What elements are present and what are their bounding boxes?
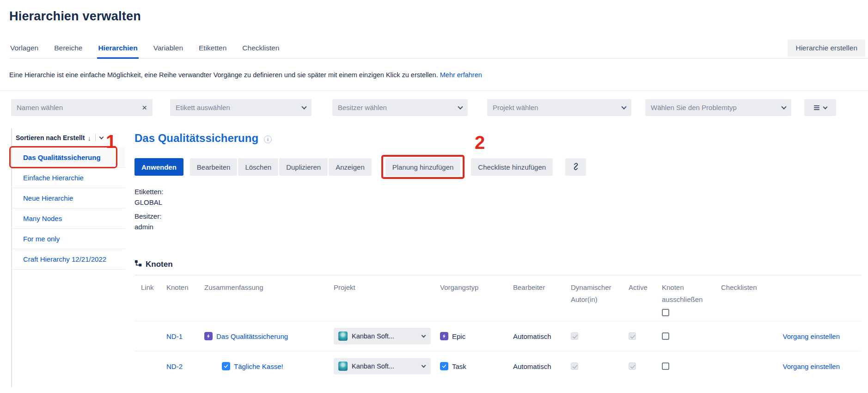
col-zusammenfassung: Zusammenfassung [204,282,334,316]
chevron-down-icon[interactable] [99,135,104,140]
learn-more-link[interactable]: Mehr erfahren [440,71,482,79]
create-hierarchy-button[interactable]: Hierarchie erstellen [788,39,865,57]
dynamic-author-checkbox [571,332,578,340]
sidebar-item-label: Craft Hierarchy 12/21/2022 [23,255,106,263]
set-checklist-link[interactable]: Vorgang einstellen [783,332,840,340]
label-filter-select[interactable]: Etikett auswählen [170,99,312,116]
issuetype-filter-select[interactable]: Wählen Sie den Problemtyp [645,99,791,116]
tab-variablen[interactable]: Variablen [153,44,184,58]
intro-text: Eine Hierarchie ist eine einfache Möglic… [9,71,868,79]
assignee-cell: Automatisch [513,362,571,370]
summary-link[interactable]: Tägliche Kasse! [234,362,283,370]
epic-icon [204,332,213,340]
epic-icon [440,332,448,340]
tab-hierarchien[interactable]: Hierarchien [97,44,138,59]
col-checklisten: Checklisten [721,282,861,316]
table-row-nd1: ND-1 Das Qualitätssicherung Kanban Soft.… [134,321,861,351]
divider [95,134,96,141]
summary-cell: Das Qualitätssicherung [204,332,334,340]
col-bearbeiter: Bearbeiter [513,282,571,316]
tab-etiketten[interactable]: Etiketten [198,44,227,58]
chevron-down-icon [823,104,828,109]
project-select[interactable]: Kanban Soft... [334,358,431,375]
sidebar-item-craft-hierarchy[interactable]: Craft Hierarchy 12/21/2022 [12,249,125,270]
annotation-digit-2: 2 [475,133,485,152]
sidebar-item-label: For me only [23,235,60,243]
col-dynamischer-autor: Dynamischer Autor(in) [571,282,629,316]
issuetype-label: Epic [452,332,465,340]
issuetype-filter-value: Wählen Sie den Problemtyp [651,104,782,111]
tab-bereiche[interactable]: Bereiche [53,44,83,58]
link-icon [571,162,581,172]
project-select-value: Kanban Soft... [352,332,418,340]
owner-filter-select[interactable]: Besitzer wählen [332,99,468,116]
section-divider [0,90,868,91]
hierarchy-list-sidebar: Sortieren nach Erstellt ↓ Das Qualitätss… [11,128,125,387]
labels-value: GLOBAL [134,198,868,206]
nodes-table: Link Knoten Zusammenfassung Projekt Vorg… [134,275,861,381]
add-planning-button[interactable]: Planung hinzufügen [385,158,461,176]
sidebar-item-label: Neue Hierarchie [23,194,73,202]
name-filter-input[interactable] [17,104,132,111]
page-title: Hierarchien verwalten [9,9,868,24]
sidebar-item-label: Einfache Hierarchie [23,174,84,182]
hierarchy-tree-icon [134,259,142,269]
hierarchy-meta: Etiketten: GLOBAL Besitzer: admin [134,188,868,231]
hierarchy-detail-panel: Das Qualitätssicherung i Anwenden Bearbe… [134,128,868,387]
secondary-button-group: Bearbeiten Löschen Duplizieren Anzeigen [190,158,372,176]
hierarchy-manager-page: Hierarchien verwalten Vorlagen Bereiche … [0,0,868,393]
col-projekt: Projekt [334,282,440,316]
project-select[interactable]: Kanban Soft... [334,328,431,344]
col-active: Active [629,282,662,316]
project-avatar [338,362,348,371]
issuetype-cell: Epic [440,332,513,340]
set-checklist-link[interactable]: Vorgang einstellen [783,362,840,370]
action-toolbar: Anwenden Bearbeiten Löschen Duplizieren … [134,155,868,179]
exclude-all-checkbox[interactable] [662,309,669,316]
sort-label: Sortieren nach Erstellt [16,134,85,141]
task-icon [440,362,448,370]
edit-button[interactable]: Bearbeiten [190,158,238,176]
labels-label: Etiketten: [134,188,868,196]
list-options-button[interactable]: ≡ [804,99,836,116]
project-filter-select[interactable]: Projekt wählen [487,99,631,116]
annotation-digit-1: 1 [106,132,116,151]
delete-button[interactable]: Löschen [238,158,278,176]
summary-link[interactable]: Das Qualitätssicherung [216,332,288,340]
sort-direction-arrow-icon[interactable]: ↓ [87,134,91,142]
sidebar-item-many-nodes[interactable]: Many Nodes [12,209,125,229]
chevron-down-icon [422,363,426,368]
apply-button[interactable]: Anwenden [134,158,183,176]
active-checkbox [629,362,636,370]
duplicate-button[interactable]: Duplizieren [279,158,328,176]
exclude-node-checkbox[interactable] [662,362,669,370]
name-filter[interactable]: × [11,99,153,116]
nodes-section-title: Knoten [146,260,173,269]
exclude-node-checkbox[interactable] [662,332,669,340]
sidebar-item-label: Das Qualitätssicherung [23,154,101,161]
info-icon[interactable]: i [264,135,272,143]
sidebar-item-for-me-only[interactable]: For me only [12,229,125,249]
copy-link-button[interactable] [565,158,586,176]
node-key-link[interactable]: ND-1 [166,332,183,340]
nodes-table-header: Link Knoten Zusammenfassung Projekt Vorg… [134,276,861,321]
owner-value: admin [134,223,868,231]
sidebar-item-einfache-hierarchie[interactable]: Einfache Hierarchie [12,168,125,188]
col-knoten-ausschliessen-label: Knoten ausschließen [662,283,703,303]
tab-checklisten[interactable]: Checklisten [241,44,280,58]
node-key-link[interactable]: ND-2 [166,362,183,370]
tab-bar: Vorlagen Bereiche Hierarchien Variablen … [9,44,868,59]
annotation-box-2: Planung hinzufügen [381,155,465,179]
chevron-down-icon [301,104,306,109]
chevron-down-icon [422,333,426,338]
filter-bar: × Etikett auswählen Besitzer wählen Proj… [11,99,868,116]
tab-vorlagen[interactable]: Vorlagen [9,44,39,58]
project-avatar [338,332,348,341]
content-area: Sortieren nach Erstellt ↓ Das Qualitätss… [11,128,868,387]
chevron-down-icon [781,104,786,109]
clear-icon[interactable]: × [142,103,147,112]
show-button[interactable]: Anzeigen [329,158,372,176]
active-checkbox [629,332,636,340]
sidebar-item-neue-hierarchie[interactable]: Neue Hierarchie [12,188,125,209]
add-checklist-button[interactable]: Checkliste hinzufügen [471,158,553,176]
